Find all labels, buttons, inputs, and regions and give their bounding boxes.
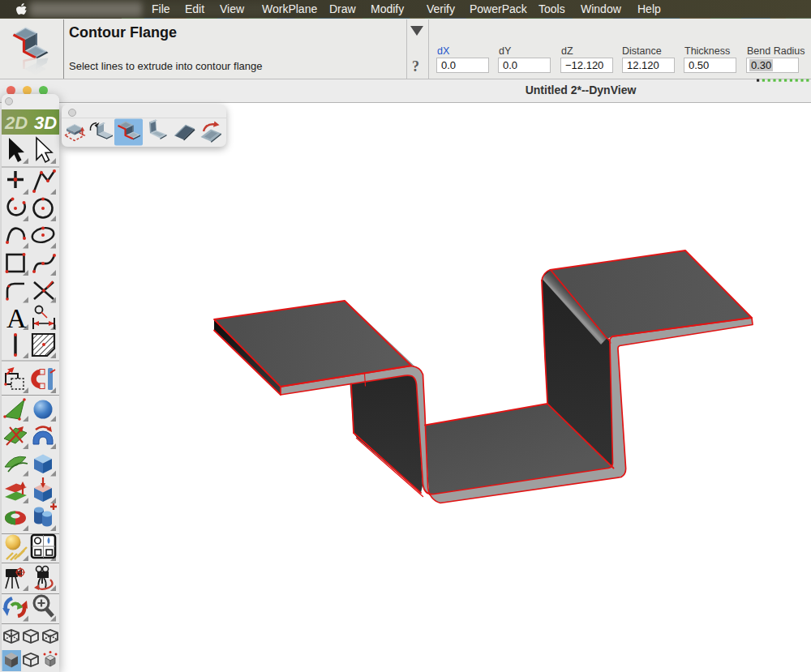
- svg-text:A: A: [6, 303, 27, 333]
